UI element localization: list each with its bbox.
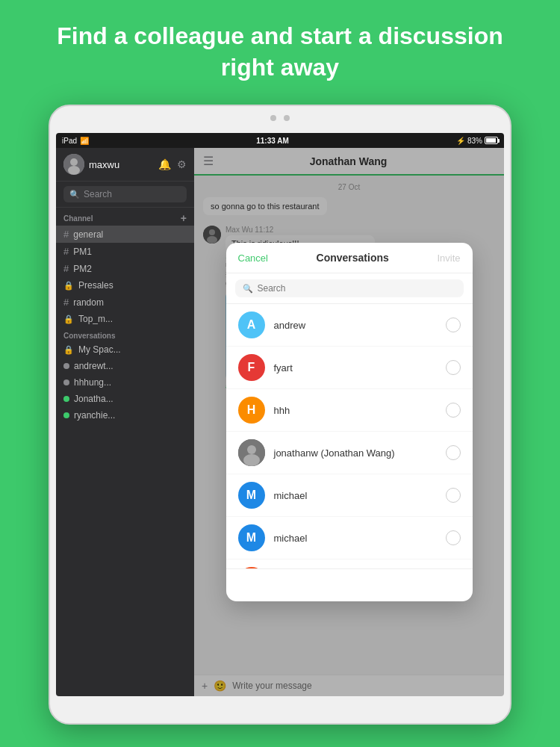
hash-icon: # bbox=[63, 263, 69, 274]
modal-header: Cancel Conversations Invite bbox=[226, 243, 473, 273]
online-dot bbox=[63, 379, 69, 385]
sidebar-header: maxwu 🔔 ⚙ bbox=[56, 148, 194, 182]
conv-item-ryan[interactable]: ryanchie... bbox=[56, 407, 194, 424]
contact-radio[interactable] bbox=[446, 360, 461, 375]
ipad-screen: iPad 📶 11:33 AM ⚡ 83% bbox=[56, 133, 504, 696]
svg-point-8 bbox=[243, 454, 260, 466]
bell-icon[interactable]: 🔔 bbox=[158, 158, 171, 170]
cancel-button[interactable]: Cancel bbox=[238, 252, 268, 264]
online-dot bbox=[63, 396, 69, 402]
camera-dot-2 bbox=[284, 115, 290, 121]
list-item[interactable]: jonathanw (Jonathan Wang) bbox=[226, 432, 473, 474]
sidebar-user: maxwu bbox=[63, 154, 119, 175]
sidebar-item-pm2[interactable]: # PM2 bbox=[56, 260, 194, 277]
app-layout: maxwu 🔔 ⚙ 🔍 Search Channel bbox=[56, 148, 504, 696]
sidebar: maxwu 🔔 ⚙ 🔍 Search Channel bbox=[56, 148, 194, 696]
username: maxwu bbox=[89, 159, 119, 170]
modal-footer bbox=[226, 568, 473, 601]
search-icon: 🔍 bbox=[243, 284, 253, 294]
channel-name: general bbox=[73, 229, 103, 240]
status-bar: iPad 📶 11:33 AM ⚡ 83% bbox=[56, 133, 504, 148]
conv-name: hhhung... bbox=[74, 377, 111, 388]
contact-radio[interactable] bbox=[446, 488, 461, 503]
sidebar-item-presales[interactable]: 🔒 Presales bbox=[56, 277, 194, 294]
channel-name: Top_m... bbox=[78, 314, 113, 324]
hash-icon: # bbox=[63, 246, 69, 257]
contact-name: andrew bbox=[274, 320, 437, 331]
lock-icon: 🔒 bbox=[63, 281, 74, 291]
list-item[interactable]: M michael bbox=[226, 517, 473, 560]
modal-search-area: 🔍 bbox=[226, 273, 473, 304]
status-left: iPad 📶 bbox=[62, 137, 89, 145]
list-item[interactable]: H hhh bbox=[226, 389, 473, 432]
search-label: Search bbox=[84, 189, 112, 199]
svg-point-1 bbox=[70, 158, 78, 166]
list-item[interactable]: M michael bbox=[226, 474, 473, 517]
ipad-frame: iPad 📶 11:33 AM ⚡ 83% bbox=[49, 105, 511, 725]
online-dot bbox=[63, 412, 69, 418]
channel-name: PM2 bbox=[73, 264, 92, 274]
modal-title: Conversations bbox=[317, 252, 389, 264]
camera-dot-1 bbox=[270, 115, 276, 121]
contact-name: fyart bbox=[274, 362, 437, 374]
contact-name: jonathanw (Jonathan Wang) bbox=[274, 447, 437, 459]
contact-radio[interactable] bbox=[446, 317, 461, 332]
main-content: ☰ Jonathan Wang 27 Oct so gonna go to th… bbox=[194, 148, 504, 696]
conv-item-andrewt[interactable]: andrewt... bbox=[56, 358, 194, 374]
conversations-section-label: Conversations bbox=[56, 327, 194, 341]
lock-icon: 🔒 bbox=[63, 345, 74, 355]
sidebar-item-pm1[interactable]: # PM1 bbox=[56, 243, 194, 260]
conv-item-hhhung[interactable]: hhhung... bbox=[56, 374, 194, 391]
contact-avatar: F bbox=[238, 354, 265, 381]
ipad-camera-dots bbox=[270, 115, 290, 121]
invite-button[interactable]: Invite bbox=[437, 252, 460, 264]
lock-icon: 🔒 bbox=[63, 314, 74, 324]
device-label: iPad bbox=[62, 137, 77, 145]
svg-point-2 bbox=[68, 166, 80, 175]
contact-avatar: M bbox=[238, 524, 265, 551]
contact-list: A andrew F fyart bbox=[226, 304, 473, 568]
contact-avatar: A bbox=[238, 311, 265, 338]
sidebar-item-top-m[interactable]: 🔒 Top_m... bbox=[56, 311, 194, 327]
contact-avatar: M bbox=[238, 482, 265, 509]
battery-icon bbox=[485, 137, 498, 144]
gear-icon[interactable]: ⚙ bbox=[177, 158, 187, 170]
conv-name: ryanchie... bbox=[74, 410, 115, 421]
channel-name: PM1 bbox=[73, 247, 92, 257]
contact-radio[interactable] bbox=[446, 530, 461, 545]
svg-point-7 bbox=[247, 445, 256, 454]
battery-percentage: 83% bbox=[467, 137, 482, 145]
sidebar-item-random[interactable]: # random bbox=[56, 294, 194, 311]
contact-radio[interactable] bbox=[446, 445, 461, 460]
conv-name: Jonatha... bbox=[74, 394, 113, 404]
avatar bbox=[63, 154, 84, 175]
list-item[interactable]: A andrew bbox=[226, 304, 473, 347]
hero-title: Find a colleague and start a discussion … bbox=[0, 0, 560, 98]
hash-icon: # bbox=[63, 229, 69, 240]
status-time: 11:33 AM bbox=[256, 137, 289, 145]
sidebar-search-area: 🔍 Search bbox=[56, 182, 194, 208]
conv-name: andrewt... bbox=[74, 361, 113, 371]
conv-item-myspace[interactable]: 🔒 My Spac... bbox=[56, 341, 194, 358]
hash-icon: # bbox=[63, 297, 69, 308]
contact-radio[interactable] bbox=[446, 403, 461, 418]
online-dot bbox=[63, 363, 69, 369]
contact-name: michael bbox=[274, 490, 437, 501]
bluetooth-icon: ⚡ bbox=[456, 137, 465, 145]
modal-search-box[interactable]: 🔍 bbox=[235, 279, 464, 297]
list-item[interactable]: F fyart bbox=[226, 347, 473, 389]
channel-section-label: Channel + bbox=[56, 208, 194, 226]
sidebar-item-general[interactable]: # general bbox=[56, 226, 194, 243]
wifi-icon: 📶 bbox=[80, 137, 89, 145]
channel-name: Presales bbox=[78, 280, 113, 291]
conv-item-jonathan[interactable]: Jonatha... bbox=[56, 391, 194, 407]
contact-name: hhh bbox=[274, 405, 437, 416]
contact-name: michael bbox=[274, 533, 437, 544]
add-channel-icon[interactable]: + bbox=[181, 212, 187, 224]
modal-search-input[interactable] bbox=[258, 283, 456, 294]
list-item[interactable]: R ryan bbox=[226, 560, 473, 568]
sidebar-action-icons: 🔔 ⚙ bbox=[158, 158, 187, 170]
search-box[interactable]: 🔍 Search bbox=[63, 186, 187, 202]
search-icon: 🔍 bbox=[69, 190, 80, 199]
modal-overlay: Cancel Conversations Invite 🔍 bbox=[194, 148, 504, 696]
